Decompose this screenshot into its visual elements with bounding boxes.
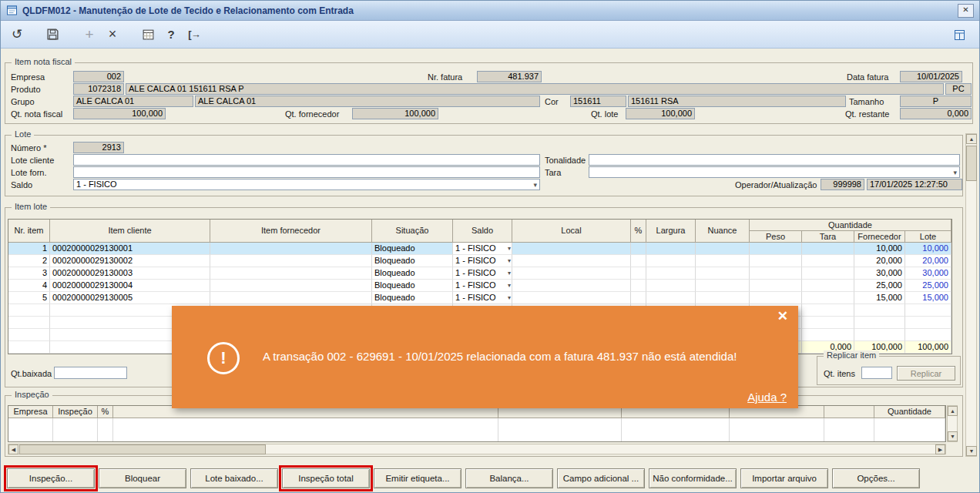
importar-arquivo-button[interactable]: Importar arquivo (740, 468, 828, 488)
table-row[interactable]: 2 00020000029130002 Bloqueado 1 - FISICO… (8, 255, 951, 267)
cell (730, 418, 824, 441)
qt-itens-input[interactable] (861, 367, 892, 379)
numero-label: Número * (11, 143, 46, 154)
qt-baixada-input[interactable] (54, 367, 127, 379)
cell-largura (646, 255, 696, 267)
col-header-quantidade: Quantidade (874, 406, 945, 418)
cell-situacao: Bloqueado (372, 243, 453, 255)
cell-peso (750, 280, 802, 292)
col-header-nuance: Nuance (696, 220, 750, 243)
cell (824, 418, 874, 441)
cell (498, 418, 622, 441)
inspecao-total-button[interactable]: Inspeção total (282, 468, 370, 488)
saldo-cell-value: 1 - FISICO (455, 267, 496, 279)
exit-icon[interactable]: [→ (184, 25, 204, 45)
cell-largura (646, 292, 696, 304)
cell-saldo-combobox[interactable]: 1 - FISICO▾ (453, 267, 512, 280)
table-row[interactable]: 1 00020000029130001 Bloqueado 1 - FISICO… (8, 243, 951, 255)
cell (53, 418, 98, 441)
cell (113, 418, 498, 441)
page-title: QLDFM012 - Manutenção de Lote de Tecido … (22, 5, 354, 16)
window-close-icon[interactable]: ✕ (958, 4, 974, 18)
cell-tara (802, 255, 854, 267)
qt-fornecedor-label: Qt. fornecedor (285, 109, 339, 120)
tonalidade-input[interactable] (589, 154, 960, 166)
cell-peso (750, 267, 802, 280)
scroll-left-icon[interactable]: ◀ (8, 444, 18, 454)
qt-restante-label: Qt. restante (845, 109, 889, 120)
cell (8, 329, 50, 341)
cell-nuance (696, 255, 750, 267)
lote-baixado-button[interactable]: Lote baixado... (190, 468, 278, 488)
qt-itens-label: Qt. itens (824, 368, 855, 380)
nao-conformidade-button[interactable]: Não conformidade... (649, 468, 737, 488)
col-header-situacao: Situação (372, 220, 453, 243)
scroll-right-icon[interactable]: ▶ (935, 444, 945, 454)
dialog-help-link[interactable]: Ajuda ? (747, 391, 787, 404)
cell (905, 317, 951, 329)
cell-item-cliente: 00020000029130005 (50, 292, 210, 304)
cell-local (512, 243, 631, 255)
saldo-combobox[interactable]: 1 - FISICO ▾ (73, 179, 540, 190)
cell-saldo-combobox[interactable]: 1 - FISICO▾ (453, 292, 512, 304)
scrollbar-thumb[interactable] (966, 146, 977, 181)
scroll-up-icon[interactable]: ▲ (966, 134, 977, 144)
inspecao-horizontal-scrollbar[interactable]: ◀ ▶ (8, 444, 946, 454)
cell-situacao: Bloqueado (372, 267, 453, 280)
undo-icon[interactable]: ↺ (7, 25, 27, 45)
cell-tara (802, 243, 854, 255)
table-row[interactable]: 3 00020000029130003 Bloqueado 1 - FISICO… (8, 267, 951, 280)
cell-situacao: Bloqueado (372, 280, 453, 292)
cell-flag (631, 280, 646, 292)
grupo-label: Grupo (11, 96, 35, 108)
saldo-cell-value: 1 - FISICO (455, 292, 496, 304)
col-header-local: Local (512, 220, 631, 243)
operador-label: Operador/Atualização (735, 179, 817, 191)
balanca-button[interactable]: Balança... (465, 468, 553, 488)
operador-field: 999998 (821, 179, 864, 190)
save-icon[interactable] (42, 25, 62, 45)
opcoes-button[interactable]: Opções... (832, 468, 920, 488)
cell (8, 317, 50, 329)
scroll-down-icon[interactable]: ▼ (948, 431, 958, 441)
cell-lote: 25,000 (905, 280, 951, 292)
group-legend: Lote (12, 129, 34, 139)
add-icon[interactable]: + (79, 25, 99, 45)
scrollbar-thumb[interactable] (19, 444, 266, 454)
cell-tara (802, 280, 854, 292)
dialog-close-icon[interactable]: ✕ (777, 310, 788, 323)
table-row[interactable]: 4 00020000029130004 Bloqueado 1 - FISICO… (8, 280, 951, 292)
inspecao-vertical-scrollbar[interactable]: ▲ ▼ (947, 405, 958, 442)
emitir-etiqueta-button[interactable]: Emitir etiqueta... (374, 468, 461, 488)
lote-cliente-input[interactable] (73, 154, 540, 166)
table-row[interactable]: 5 00020000029130005 Bloqueado 1 - FISICO… (8, 292, 951, 304)
inspecao-button[interactable]: Inspeção... (7, 468, 95, 488)
group-legend: Item nota fiscal (12, 57, 75, 66)
col-header-inspecao: Inspeção (53, 406, 98, 418)
campo-adicional-button[interactable]: Campo adicional ... (557, 468, 645, 488)
cell-largura (646, 280, 696, 292)
calendar-icon[interactable] (138, 25, 158, 45)
help-icon[interactable]: ? (161, 25, 181, 45)
cell-flag (631, 243, 646, 255)
lote-forn-input[interactable] (73, 166, 540, 178)
group-lote: Lote Número * 2913 Lote cliente Tonalida… (5, 135, 963, 196)
scroll-down-icon[interactable]: ▼ (966, 446, 977, 456)
cell-saldo-combobox[interactable]: 1 - FISICO▾ (453, 255, 512, 267)
qt-lote-field: 100,000 (626, 108, 695, 119)
panel-grid-icon[interactable] (951, 27, 967, 42)
window-icon (6, 5, 18, 16)
cell-local (512, 255, 631, 267)
scroll-up-icon[interactable]: ▲ (948, 406, 958, 416)
cell-fornecedor: 20,000 (854, 255, 905, 267)
replicar-button[interactable]: Replicar (897, 366, 955, 381)
cell-peso (750, 255, 802, 267)
bloquear-button[interactable]: Bloquear (99, 468, 186, 488)
chevron-down-icon: ▾ (533, 180, 537, 190)
nr-fatura-field: 481.937 (477, 71, 542, 82)
tara-combobox[interactable]: ▾ (589, 166, 960, 178)
cell-saldo-combobox[interactable]: 1 - FISICO▾ (453, 280, 512, 292)
main-vertical-scrollbar[interactable]: ▲ ▼ (965, 133, 977, 457)
cell-saldo-combobox[interactable]: 1 - FISICO▾ (453, 243, 512, 255)
delete-icon[interactable]: × (102, 25, 123, 45)
